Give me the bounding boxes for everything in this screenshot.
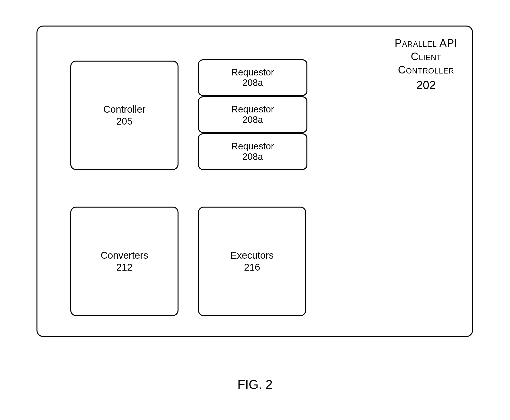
title-line-2: Client	[395, 50, 457, 63]
requestor-1-label: Requestor	[231, 67, 274, 78]
requestor-3-number: 208a	[242, 152, 263, 162]
requestor-3-label: Requestor	[231, 141, 274, 152]
requestor-box-3: Requestor 208a	[198, 133, 307, 170]
figure-caption: FIG. 2	[0, 377, 510, 392]
requestor-stack: Requestor 208a Requestor 208a Requestor …	[198, 59, 307, 170]
executors-box: Executors 216	[198, 207, 306, 316]
parallel-api-client-controller-frame: Parallel API Client Controller 202 Contr…	[36, 26, 473, 337]
converters-label: Converters	[101, 250, 148, 261]
requestor-box-1: Requestor 208a	[198, 59, 307, 96]
executors-number: 216	[244, 262, 260, 273]
requestor-box-2: Requestor 208a	[198, 96, 307, 133]
requestor-2-number: 208a	[242, 115, 263, 125]
diagram-title: Parallel API Client Controller 202	[395, 36, 457, 92]
title-line-1: Parallel API	[395, 36, 457, 50]
executors-label: Executors	[231, 250, 274, 261]
converters-number: 212	[116, 262, 133, 273]
requestor-2-label: Requestor	[231, 104, 274, 115]
controller-number: 205	[116, 116, 133, 127]
title-reference-number: 202	[395, 78, 457, 92]
requestor-1-number: 208a	[242, 78, 263, 88]
converters-box: Converters 212	[70, 207, 179, 316]
controller-box: Controller 205	[70, 61, 179, 170]
controller-label: Controller	[103, 104, 145, 115]
title-line-3: Controller	[395, 63, 457, 76]
